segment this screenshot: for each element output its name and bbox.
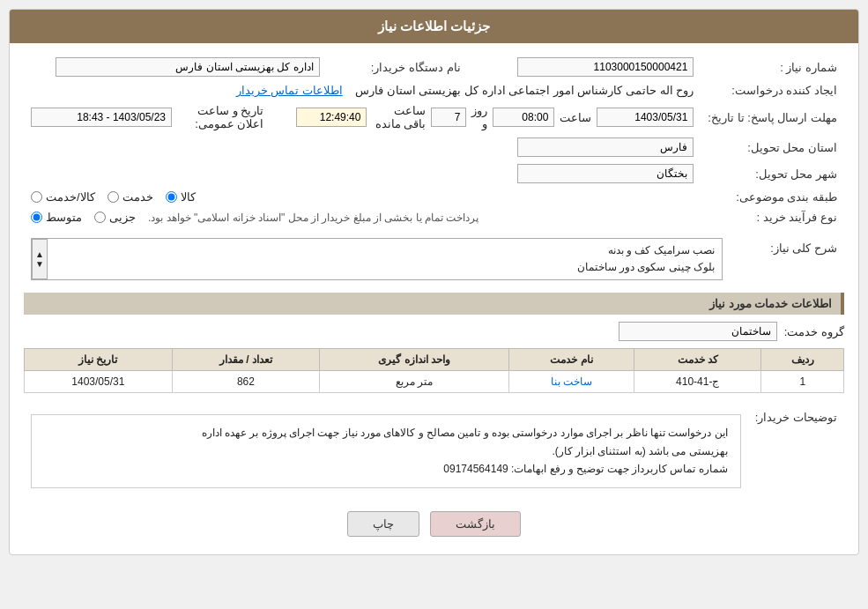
- deadline-label: مهلت ارسال پاسخ: تا تاریخ:: [701, 100, 844, 134]
- note-line-1: این درخواست تنها ناظر بر اجرای موارد درخ…: [44, 424, 728, 442]
- description-content: نصب سرامیک کف و بدنه بلوک چینی سکوی دور …: [48, 239, 722, 279]
- note-line-3: شماره تماس کاربرداز جهت توضیح و رفع ابها…: [44, 460, 728, 478]
- need-number-label: شماره نیاز :: [701, 54, 844, 80]
- print-button[interactable]: چاپ: [347, 511, 419, 537]
- deadline-time-input: [493, 108, 554, 127]
- buyer-note-box: این درخواست تنها ناظر بر اجرای موارد درخ…: [31, 414, 741, 487]
- description-label: شرح کلی نیاز:: [730, 234, 844, 284]
- cell-row: 1: [761, 371, 844, 393]
- category-kala-khidmat[interactable]: کالا/خدمت: [31, 190, 95, 204]
- table-row: 1 ج-41-410 ساخت بنا متر مربع 862 1403/05…: [25, 371, 844, 393]
- creator-label: ایجاد کننده درخواست:: [701, 80, 844, 100]
- buyer-org-label: نام دستگاه خریدار:: [327, 54, 468, 80]
- cell-unit: متر مربع: [320, 371, 509, 393]
- category-label: طبقه بندی موضوعی:: [701, 187, 844, 207]
- note-line-2: بهزیستی می باشد (به استثنای ابزار کار).: [44, 442, 728, 460]
- col-qty: تعداد / مقدار: [172, 349, 320, 371]
- scroll-up-icon[interactable]: ▲: [35, 249, 44, 259]
- desc-line-1: نصب سرامیک کف و بدنه: [55, 242, 715, 259]
- col-code: کد خدمت: [634, 349, 761, 371]
- process-motavasset[interactable]: متوسط: [31, 211, 82, 224]
- col-unit: واحد اندازه گیری: [320, 349, 509, 371]
- process-note: پرداخت تمام یا بخشی از مبلغ خریدار از مح…: [148, 212, 479, 224]
- creator-value: روح اله حاتمی کارشناس امور اجتماعی اداره…: [355, 84, 694, 97]
- province-input: [517, 137, 694, 157]
- group-service-label: گروه خدمت:: [784, 325, 844, 338]
- cell-code: ج-41-410: [634, 371, 761, 393]
- footer-buttons: بازگشت چاپ: [24, 511, 844, 537]
- col-date: تاریخ نیاز: [25, 349, 173, 371]
- deadline-date-input: [597, 108, 694, 127]
- cell-qty: 862: [172, 371, 320, 393]
- desc-line-2: بلوک چینی سکوی دور ساختمان: [55, 259, 715, 276]
- back-button[interactable]: بازگشت: [430, 511, 521, 537]
- process-label: نوع فرآیند خرید :: [701, 207, 844, 227]
- services-table: ردیف کد خدمت نام خدمت واحد اندازه گیری ت…: [24, 348, 844, 393]
- scroll-control[interactable]: ▲ ▼: [32, 239, 48, 279]
- group-service-input: [619, 322, 777, 341]
- deadline-days-input: [431, 108, 466, 127]
- announce-input: [31, 108, 172, 127]
- city-input: [517, 164, 694, 183]
- announce-label: تاریخ و ساعت اعلان عمومی:: [177, 104, 263, 130]
- buyer-org-input: [56, 57, 320, 77]
- deadline-remaining-input: [296, 108, 367, 127]
- category-khidmat[interactable]: خدمت: [108, 190, 153, 204]
- process-jozii[interactable]: جزیی: [94, 211, 136, 224]
- contact-link[interactable]: اطلاعات تماس خریدار: [236, 84, 343, 97]
- city-label: شهر محل تحویل:: [701, 160, 844, 187]
- time-label: ساعت: [560, 111, 591, 124]
- col-name: نام خدمت: [508, 349, 634, 371]
- scroll-down-icon[interactable]: ▼: [35, 259, 44, 269]
- cell-name: ساخت بنا: [508, 371, 634, 393]
- cell-date: 1403/05/31: [25, 371, 173, 393]
- day-label: روز و: [471, 104, 487, 130]
- services-section-title: اطلاعات خدمات مورد نیاز: [24, 293, 844, 315]
- need-number-input: [517, 57, 694, 77]
- remaining-label: ساعت باقی مانده: [372, 104, 426, 130]
- buyer-note-label: توضیحات خریدار:: [748, 404, 844, 498]
- province-label: استان محل تحویل:: [701, 134, 844, 160]
- page-header: جزئیات اطلاعات نیاز: [10, 10, 858, 43]
- col-row: ردیف: [761, 349, 844, 371]
- category-kala[interactable]: کالا: [166, 190, 196, 204]
